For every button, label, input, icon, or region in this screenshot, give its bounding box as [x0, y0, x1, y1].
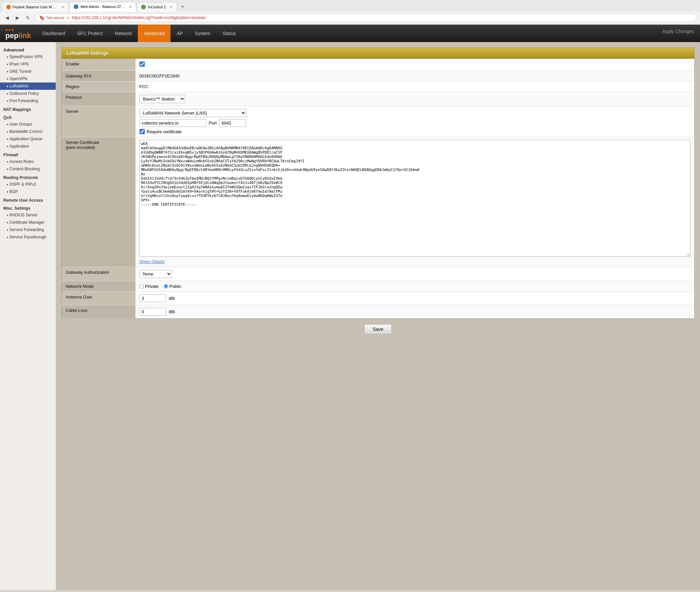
server-block: LoRaWAN Network Server (LNS) CUPS Bootst…: [140, 109, 691, 134]
sidebar-item-serviceforward[interactable]: Service Forwarding: [0, 226, 56, 233]
gateway-auth-select[interactable]: None Basic Auth Token: [140, 270, 172, 278]
sidebar: Advanced SpeedFusion VPN IPsec VPN GRE T…: [0, 42, 56, 590]
sidebar-item-accessrules[interactable]: Access Rules: [0, 158, 56, 165]
new-tab-button[interactable]: +: [178, 2, 187, 11]
sidebar-item-contentblocking[interactable]: Content Blocking: [0, 165, 56, 172]
sidebar-section-misc: Misc. Settings: [0, 205, 56, 211]
cable-loss-input[interactable]: [140, 308, 166, 315]
sidebar-item-bgp[interactable]: BGP: [0, 188, 56, 195]
require-cert-row: Require certificate: [140, 129, 691, 134]
nav-system[interactable]: System: [189, 25, 217, 42]
tab-close-incontrol[interactable]: ✕: [170, 5, 173, 9]
cable-loss-label: Cable Loss: [62, 305, 135, 318]
nav-advanced[interactable]: Advanced: [138, 25, 170, 42]
nav-sfc[interactable]: SFC Protect: [71, 25, 109, 42]
enable-label: Enable: [62, 59, 135, 71]
sidebar-item-usergroups[interactable]: User Groups: [0, 120, 56, 128]
server-label: Server: [62, 106, 135, 137]
address-bar: ◀ ▶ ↻ 🔖 Not secure ⚠ https://192.168.1.1…: [0, 11, 700, 24]
port-label: Port: [209, 120, 217, 126]
reload-button[interactable]: ↻: [24, 14, 32, 21]
tab-webadmin[interactable]: Web Admin - Balance-3770 ✕: [69, 2, 136, 11]
server-type-select[interactable]: LoRaWAN Network Server (LNS) CUPS Bootst…: [140, 109, 246, 117]
radio-private-label[interactable]: Private: [140, 284, 159, 289]
cable-loss-row: dBi: [140, 308, 691, 315]
gateway-auth-value: None Basic Auth Token: [135, 267, 694, 281]
antenna-gain-unit: dBi: [169, 296, 175, 301]
cable-loss-value: dBi: [135, 305, 694, 318]
radio-public-label[interactable]: Public: [164, 284, 181, 289]
nav-network[interactable]: Network: [109, 25, 138, 42]
tab-favicon-incontrol: [141, 5, 146, 9]
protocol-select[interactable]: Basics™ Station Packet Forwarder: [140, 95, 185, 103]
sidebar-item-ospf[interactable]: OSPF & RIPv2: [0, 181, 56, 188]
radio-private[interactable]: [140, 284, 144, 289]
row-antenna-gain: Antenna Gain dBi: [62, 292, 694, 305]
row-server: Server LoRaWAN Network Server (LNS) CUPS…: [62, 106, 694, 137]
sidebar-item-servicepass[interactable]: Service Passthrough: [0, 233, 56, 241]
tab-incontrol[interactable]: InControl 2 ✕: [137, 2, 177, 11]
sidebar-item-speedfusion[interactable]: SpeedFusion VPN: [0, 53, 56, 60]
tab-close-webadmin[interactable]: ✕: [129, 5, 132, 9]
server-cert-value: wEA AaOCASkwggElMA4GA1UdDwEB/wQEAwIBhjAS…: [135, 137, 694, 267]
sidebar-section-advanced: Advanced: [0, 45, 56, 53]
sidebar-item-radius[interactable]: RADIUS Server: [0, 211, 56, 219]
settings-table: Enable Gateway EUI 0016C001FF1E1845 Regi…: [62, 59, 694, 318]
server-host-input[interactable]: [140, 119, 206, 127]
cable-loss-unit: dBi: [169, 309, 175, 314]
row-server-cert: Server Certificate (pem encoded) wEA AaO…: [62, 137, 694, 267]
gateway-auth-label: Gateway Authorization: [62, 267, 135, 281]
radio-public[interactable]: [164, 284, 168, 289]
tab-bar: Peplink Balance User Manual ✕ Web Admin …: [0, 0, 700, 11]
server-host-row: Port: [140, 119, 691, 127]
region-label: Region: [62, 82, 135, 92]
sidebar-item-application[interactable]: Application: [0, 143, 56, 150]
show-details-link[interactable]: Show Details: [140, 259, 165, 264]
apply-changes-button[interactable]: Apply Changes: [656, 25, 700, 42]
nav-ap[interactable]: AP: [170, 25, 189, 42]
logo: ●●● peplink: [0, 25, 36, 42]
sidebar-section-routing: Routing Protocols: [0, 174, 56, 181]
enable-value: [135, 59, 694, 71]
network-mode-label: Network Mode: [62, 281, 135, 292]
row-gateway-auth: Gateway Authorization None Basic Auth To…: [62, 267, 694, 281]
sidebar-item-portforward[interactable]: Port Forwarding: [0, 97, 56, 104]
server-port-input[interactable]: [219, 119, 246, 127]
save-button[interactable]: Save: [364, 324, 392, 334]
address-input-field[interactable]: 🔖 Not secure ⚠ https://192.168.1.1/cgi-b…: [35, 13, 697, 22]
sidebar-item-bandwidth[interactable]: Bandwidth Control: [0, 128, 56, 135]
sidebar-item-lorawan[interactable]: LoRaWAN: [0, 83, 56, 90]
cert-textarea[interactable]: wEA AaOCASkwggElMA4GA1UdDwEB/wQEAwIBhjAS…: [140, 140, 691, 257]
gateway-eui-value: 0016C001FF1E1845: [135, 71, 694, 82]
network-mode-radio-group: Private Public: [140, 284, 691, 289]
not-secure-indicator: Not secure: [47, 16, 64, 20]
antenna-gain-row: dBi: [140, 295, 691, 302]
sidebar-item-openvpn[interactable]: OpenVPN: [0, 75, 56, 83]
sidebar-item-ipsec[interactable]: IPsec VPN: [0, 60, 56, 68]
require-cert-checkbox[interactable]: [140, 129, 145, 134]
radio-private-text: Private: [145, 284, 159, 289]
server-cert-label: Server Certificate (pem encoded): [62, 137, 135, 267]
nav-dashboard[interactable]: Dashboard: [36, 25, 71, 42]
sidebar-section-nat: NAT Mappings: [0, 106, 56, 112]
antenna-gain-input[interactable]: [140, 295, 166, 302]
tab-close-peplink[interactable]: ✕: [61, 5, 64, 9]
save-section: Save: [61, 319, 695, 340]
sidebar-item-certmanager[interactable]: Certificate Manager: [0, 219, 56, 226]
back-button[interactable]: ◀: [3, 14, 11, 21]
forward-button[interactable]: ▶: [14, 14, 21, 21]
antenna-gain-value: dBi: [135, 292, 694, 305]
sidebar-item-gre[interactable]: GRE Tunnel: [0, 68, 56, 75]
tab-peplink[interactable]: Peplink Balance User Manual ✕: [2, 2, 69, 11]
row-enable: Enable: [62, 59, 694, 71]
sidebar-item-outbound[interactable]: Outbound Policy: [0, 90, 56, 97]
top-nav: ●●● peplink Dashboard SFC Protect Networ…: [0, 25, 700, 42]
logo-text: peplink: [5, 32, 31, 39]
sidebar-item-appqueue[interactable]: Application Queue: [0, 135, 56, 143]
nav-status[interactable]: Status: [217, 25, 242, 42]
app: ●●● peplink Dashboard SFC Protect Networ…: [0, 25, 700, 590]
enable-checkbox[interactable]: [140, 61, 145, 67]
tab-label-webadmin: Web Admin - Balance-3770: [80, 5, 125, 9]
row-network-mode: Network Mode Private Public: [62, 281, 694, 292]
radio-public-text: Public: [169, 284, 181, 289]
